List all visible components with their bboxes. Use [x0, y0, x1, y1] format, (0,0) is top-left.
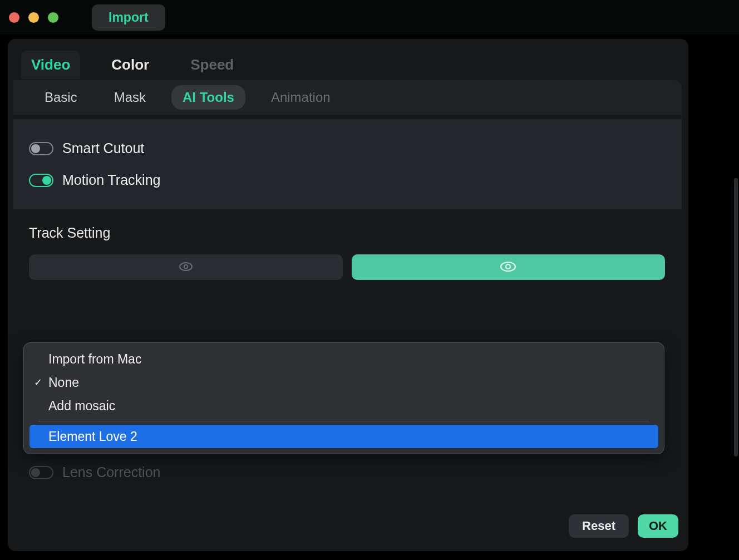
traffic-lights	[6, 12, 58, 23]
dropdown-separator	[38, 421, 649, 421]
tab-video[interactable]: Video	[21, 51, 80, 79]
subtab-animation: Animation	[260, 85, 342, 110]
main-tabs: Video Color Speed	[8, 39, 688, 80]
dropdown-item-element-love-2[interactable]: ✓ Element Love 2	[29, 425, 658, 448]
import-button[interactable]: Import	[92, 4, 165, 31]
track-setting-title: Track Setting	[29, 225, 665, 241]
smart-cutout-toggle[interactable]	[29, 142, 53, 155]
track-mode-hidden-button[interactable]	[29, 254, 343, 280]
ok-button[interactable]: OK	[638, 514, 678, 538]
dropdown-item-label: Add mosaic	[48, 399, 115, 414]
dropdown-item-label: Element Love 2	[48, 429, 137, 444]
window-maximize-button[interactable]	[48, 12, 58, 23]
checkmark-icon: ✓	[34, 376, 42, 389]
svg-point-2	[501, 262, 515, 271]
eye-icon	[499, 260, 518, 275]
dropdown-item-import-from-mac[interactable]: ✓ Import from Mac	[29, 347, 658, 371]
lens-correction-row: Lens Correction	[29, 464, 160, 480]
dropdown-item-label: None	[48, 375, 79, 390]
track-setting-segmented	[29, 254, 665, 280]
reset-button[interactable]: Reset	[569, 514, 629, 538]
svg-point-1	[184, 264, 188, 268]
tab-speed: Speed	[180, 51, 244, 79]
smart-cutout-row: Smart Cutout	[29, 132, 682, 164]
eye-off-icon	[178, 261, 194, 274]
app-window: Import Video Color Speed Basic Mask AI T…	[0, 0, 739, 560]
lens-correction-toggle[interactable]	[29, 466, 53, 479]
ai-section: Smart Cutout Motion Tracking	[13, 119, 682, 209]
tab-color[interactable]: Color	[101, 51, 159, 79]
svg-point-3	[506, 264, 510, 269]
track-mode-visible-button[interactable]	[352, 254, 666, 280]
dropdown-item-label: Import from Mac	[48, 352, 141, 367]
subtab-basic[interactable]: Basic	[33, 85, 88, 110]
track-setting-section: Track Setting	[13, 209, 682, 280]
subtab-mask[interactable]: Mask	[103, 85, 157, 110]
motion-tracking-row: Motion Tracking	[29, 164, 682, 196]
motion-tracking-label: Motion Tracking	[62, 172, 160, 188]
dropdown-item-none[interactable]: ✓ None	[29, 371, 658, 394]
window-close-button[interactable]	[9, 12, 19, 23]
scrollbar[interactable]	[734, 178, 738, 456]
lens-correction-label: Lens Correction	[62, 464, 160, 480]
svg-point-0	[180, 263, 192, 271]
smart-cutout-label: Smart Cutout	[62, 140, 144, 156]
window-minimize-button[interactable]	[28, 12, 39, 23]
titlebar: Import	[0, 0, 739, 35]
content-area: Smart Cutout Motion Tracking Track Setti…	[13, 119, 682, 280]
subtab-ai-tools[interactable]: AI Tools	[171, 85, 245, 110]
inspector-panel: Video Color Speed Basic Mask AI Tools An…	[8, 39, 688, 551]
dropdown-item-add-mosaic[interactable]: ✓ Add mosaic	[29, 394, 658, 417]
motion-tracking-toggle[interactable]	[29, 174, 53, 187]
sub-tabs: Basic Mask AI Tools Animation	[13, 80, 682, 115]
footer-buttons: Reset OK	[569, 514, 678, 538]
link-element-dropdown: ✓ Import from Mac ✓ None ✓ Add mosaic ✓ …	[23, 342, 664, 454]
